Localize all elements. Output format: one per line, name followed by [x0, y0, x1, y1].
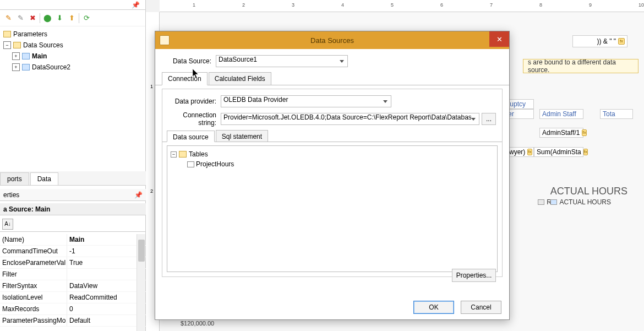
- expression-icon[interactable]: fx: [527, 149, 532, 155]
- expand-icon[interactable]: −: [3, 41, 11, 49]
- prop-val[interactable]: -1: [67, 246, 146, 257]
- cell-adminstaff[interactable]: AdminStaff/1fx: [539, 128, 583, 138]
- tree-label: Tables: [189, 150, 208, 158]
- bottom-tab-strip: ports Data: [0, 171, 146, 186]
- folder-icon: [13, 42, 21, 48]
- datasource-icon: [22, 53, 30, 59]
- properties-button[interactable]: Properties...: [452, 269, 496, 282]
- prop-val[interactable]: 0: [67, 303, 146, 315]
- prop-val[interactable]: Default: [67, 315, 146, 327]
- ruler-tick: 1: [193, 2, 195, 8]
- data-source-select[interactable]: DataSource1: [216, 55, 348, 67]
- horizontal-ruler: 1 2 3 4 5 6 7 8 9 10: [160, 0, 644, 12]
- tree-toolbar: ✎ ✎ ✖ ⬤ ⬇ ⬆ ⟳: [0, 10, 145, 26]
- dialog-body: Data Source: DataSource1 Connection Calc…: [155, 49, 509, 319]
- tab-data[interactable]: Data: [30, 172, 58, 185]
- inner-tabs: Data source Sql statement: [162, 130, 502, 142]
- ruler-tick: 5: [391, 2, 394, 8]
- tab-reports[interactable]: ports: [0, 172, 29, 185]
- cell-wyer[interactable]: wyer)fx: [506, 147, 534, 157]
- legend-item: ACTUAL HOURS: [550, 198, 611, 206]
- provider-select[interactable]: OLEDB Data Provider: [221, 95, 391, 107]
- data-source-row: Data Source: DataSource1: [162, 53, 503, 69]
- collapse-icon[interactable]: −: [171, 151, 177, 158]
- dialog-icon: [160, 35, 170, 45]
- properties-grid[interactable]: (Name)Main CommandTimeOut-1 EncloseParam…: [0, 234, 146, 331]
- pin-icon[interactable]: 📌: [134, 191, 143, 199]
- table-icon: [187, 161, 194, 167]
- expand-icon[interactable]: +: [12, 52, 20, 60]
- tab-calculated-fields[interactable]: Calculated Fields: [209, 72, 271, 85]
- connstr-select[interactable]: Provider=Microsoft.Jet.OLEDB.4.0;Data So…: [221, 113, 479, 125]
- tables-tree[interactable]: − Tables ProjectHours: [167, 145, 498, 272]
- tree-node-parameters[interactable]: Parameters: [1, 29, 144, 40]
- expression-icon[interactable]: fx: [582, 129, 586, 136]
- ruler-tick: 10: [638, 2, 644, 8]
- ruler-tick: 7: [490, 2, 493, 8]
- down-arrow-icon[interactable]: ⬇: [54, 13, 64, 23]
- left-panel: 📌 ✎ ✎ ✖ ⬤ ⬇ ⬆ ⟳ Parameters − Data Source…: [0, 0, 146, 331]
- prop-key: IsolationLevel: [0, 292, 67, 303]
- tab-data-source[interactable]: Data source: [167, 131, 215, 142]
- warning-banner: s are bound to a different data source.: [523, 59, 638, 73]
- cancel-button[interactable]: Cancel: [461, 301, 501, 314]
- expression-text: )) & " ": [597, 37, 616, 45]
- connstr-label: Connection string:: [167, 111, 221, 127]
- tree-node-projecthours[interactable]: ProjectHours: [171, 159, 494, 169]
- prop-key: Filter: [0, 269, 67, 280]
- tree-node-datasource2[interactable]: + DataSource2: [1, 62, 144, 73]
- expand-icon[interactable]: +: [12, 63, 20, 71]
- properties-subtitle: a Source: Main: [0, 203, 146, 215]
- properties-subtitle-text: a Source: Main: [3, 205, 50, 213]
- add-icon[interactable]: ⬤: [42, 13, 52, 23]
- data-source-label: Data Source:: [162, 57, 216, 65]
- tab-sql-statement[interactable]: Sql statement: [216, 130, 268, 142]
- dialog-tabs: Connection Calculated Fields: [155, 72, 509, 85]
- edit-icon[interactable]: ✎: [3, 13, 13, 23]
- ruler-tick: 2: [242, 2, 245, 8]
- tree-label: Data Sources: [23, 41, 63, 49]
- prop-val[interactable]: DataView: [67, 280, 146, 292]
- prop-val[interactable]: True: [67, 257, 146, 269]
- dialog-title: Data Sources: [310, 36, 354, 45]
- data-sources-dialog: Data Sources ✕ Data Source: DataSource1 …: [155, 31, 510, 320]
- ruler-tick: 8: [539, 2, 542, 8]
- datasource-icon: [22, 64, 30, 70]
- provider-label: Data provider:: [167, 97, 221, 105]
- pin-icon[interactable]: 📌: [132, 1, 140, 9]
- prop-key: FilterSyntax: [0, 280, 67, 292]
- connstr-browse-button[interactable]: ...: [482, 113, 496, 125]
- prop-val[interactable]: [67, 269, 146, 280]
- cell-sumadmin[interactable]: Sum(AdminStafx: [534, 147, 583, 157]
- ruler-tick: 4: [341, 2, 344, 8]
- tab-connection[interactable]: Connection: [162, 72, 208, 85]
- tree-node-tables[interactable]: − Tables: [171, 149, 494, 159]
- prop-val[interactable]: ReadCommitted: [67, 292, 146, 303]
- ruler-tick: 3: [292, 2, 294, 8]
- tree-node-main[interactable]: + Main: [1, 51, 144, 62]
- delete-x-icon[interactable]: ✖: [28, 13, 37, 23]
- tree-node-data-sources[interactable]: − Data Sources: [1, 40, 144, 51]
- close-button[interactable]: ✕: [489, 31, 509, 47]
- ok-button[interactable]: OK: [413, 301, 454, 314]
- expression-icon[interactable]: fx: [583, 149, 588, 155]
- up-arrow-icon[interactable]: ⬆: [67, 13, 77, 23]
- expression-field[interactable]: )) & " " fx: [572, 35, 627, 47]
- sort-az-button[interactable]: A↓: [2, 219, 13, 230]
- tree-label: DataSource2: [32, 63, 70, 71]
- properties-scrollbar[interactable]: [137, 234, 145, 331]
- expression-icon[interactable]: fx: [618, 38, 625, 45]
- scrollbar-thumb[interactable]: [138, 240, 145, 262]
- delete-icon[interactable]: ✎: [15, 13, 25, 23]
- price-label: $120,000.00: [181, 320, 214, 327]
- refresh-icon[interactable]: ⟳: [81, 13, 91, 23]
- col-total[interactable]: Tota: [600, 109, 633, 119]
- prop-val[interactable]: Main: [67, 234, 146, 246]
- col-admin[interactable]: Admin Staff: [539, 109, 583, 119]
- data-sources-tree: Parameters − Data Sources + Main + DataS…: [0, 26, 145, 159]
- tree-label: Main: [32, 52, 47, 60]
- panel-pin-bar: 📌: [0, 0, 145, 10]
- properties-sort-bar: A↓: [0, 218, 146, 232]
- dialog-titlebar[interactable]: Data Sources ✕: [155, 31, 509, 49]
- properties-title: erties: [3, 191, 19, 199]
